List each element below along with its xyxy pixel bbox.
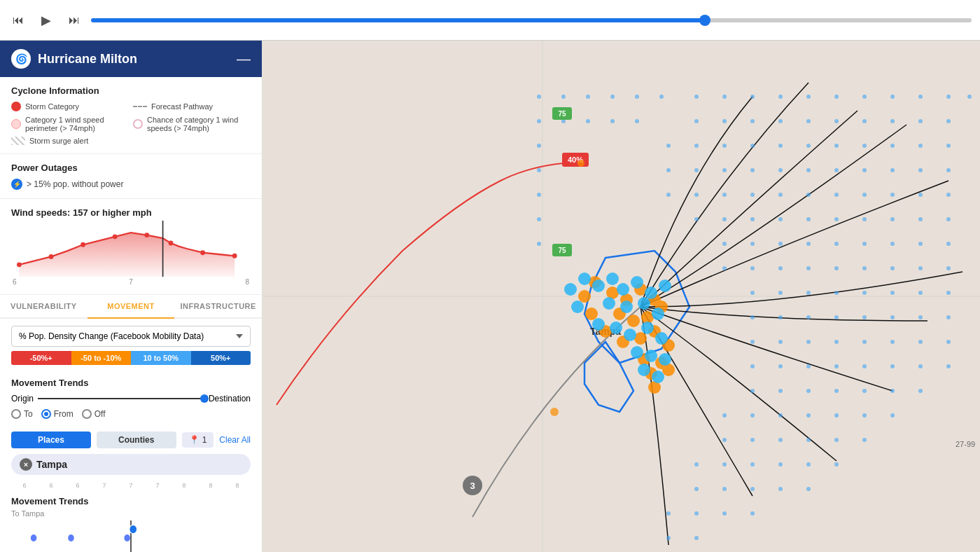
radio-to-circle xyxy=(11,409,21,419)
svg-point-137 xyxy=(862,364,867,368)
svg-point-131 xyxy=(918,340,923,344)
clear-all-button[interactable]: Clear All xyxy=(219,435,251,445)
svg-point-147 xyxy=(918,389,923,393)
svg-point-44 xyxy=(862,119,867,123)
radio-off[interactable]: Off xyxy=(82,409,106,419)
svg-point-27 xyxy=(694,95,699,99)
svg-point-157 xyxy=(778,438,783,442)
svg-point-61 xyxy=(722,168,727,172)
svg-point-166 xyxy=(834,462,839,467)
play-button[interactable]: ▶ xyxy=(35,9,57,32)
color-scale: -50%+ -50 to -10% 10 to 50% 50%+ xyxy=(11,351,251,365)
svg-point-55 xyxy=(862,144,867,148)
svg-point-56 xyxy=(890,144,895,148)
svg-point-66 xyxy=(862,168,867,172)
to-tampa-section: Movement Trends To Tampa 6 6 6 7 xyxy=(0,490,262,552)
svg-point-161 xyxy=(694,462,699,467)
fast-forward-button[interactable]: ⏭ xyxy=(64,11,84,30)
timeline-slider[interactable] xyxy=(91,18,972,22)
svg-point-53 xyxy=(806,144,811,148)
place-county-row: Places Counties 📍 1 Clear All xyxy=(0,426,262,454)
mobility-dropdown[interactable]: % Pop. Density Change (Facebook Mobility… xyxy=(11,326,251,347)
rewind-button[interactable]: ⏮ xyxy=(8,11,28,30)
svg-point-106 xyxy=(890,266,895,270)
sidebar-header: 🌀 Hurricane Milton — xyxy=(0,41,262,77)
movement-trends-section: Movement Trends Origin Destination To Fr… xyxy=(0,371,262,426)
svg-point-124 xyxy=(946,315,951,319)
cyclone-section-title: Cyclone Information xyxy=(11,85,251,96)
power-outages-section: Power Outages ⚡ > 15% pop. without power xyxy=(0,154,262,199)
tab-vulnerability[interactable]: VULNERABILITY xyxy=(0,295,88,317)
map-container[interactable]: 40% 3 Tampa xyxy=(262,41,980,552)
svg-point-173 xyxy=(694,511,699,516)
svg-point-114 xyxy=(890,291,895,295)
svg-point-68 xyxy=(918,168,923,172)
svg-point-78 xyxy=(890,193,895,197)
svg-point-231 xyxy=(645,350,657,362)
legend-wind-perimeter: Category 1 wind speed perimeter (> 74mph… xyxy=(11,116,129,132)
cyclone-section: Cyclone Information Storm Category Forec… xyxy=(0,77,262,154)
svg-point-159 xyxy=(834,438,839,442)
svg-point-52 xyxy=(778,144,783,148)
svg-point-213 xyxy=(578,290,591,303)
movement-trends-title: Movement Trends xyxy=(11,378,251,388)
svg-point-54 xyxy=(834,144,839,148)
minimize-button[interactable]: — xyxy=(237,52,251,66)
sidebar: 🌀 Hurricane Milton — Cyclone Information… xyxy=(0,41,262,552)
origin-dest-row: Origin Destination xyxy=(11,394,251,403)
counties-button[interactable]: Counties xyxy=(97,432,176,448)
storm-surge-label: Storm surge alert xyxy=(29,137,88,145)
svg-point-6 xyxy=(200,250,205,255)
svg-point-145 xyxy=(862,389,867,393)
svg-point-140 xyxy=(946,364,951,368)
dropdown-wrap: % Pop. Density Change (Facebook Mobility… xyxy=(0,319,262,351)
scale-negative50to10: -50 to -10% xyxy=(71,351,132,365)
svg-point-189 xyxy=(537,144,541,148)
playback-bar: ⏮ ▶ ⏭ xyxy=(0,0,980,41)
svg-point-228 xyxy=(641,322,654,334)
sidebar-header-left: 🌀 Hurricane Milton xyxy=(11,49,137,69)
svg-point-126 xyxy=(778,340,783,344)
selected-location-tag: × Tampa xyxy=(11,454,251,475)
tab-movement[interactable]: MOVEMENT xyxy=(88,295,175,319)
svg-point-167 xyxy=(694,487,699,491)
svg-point-10 xyxy=(31,534,37,541)
svg-point-50 xyxy=(722,144,727,148)
storm-category-icon xyxy=(11,102,21,111)
forecast-pathway-icon xyxy=(133,106,147,108)
svg-point-148 xyxy=(722,413,727,418)
svg-point-226 xyxy=(610,322,622,334)
svg-point-28 xyxy=(722,95,727,99)
radio-to[interactable]: To xyxy=(11,409,33,419)
power-outages-item: ⚡ > 15% pop. without power xyxy=(11,179,251,190)
svg-point-33 xyxy=(862,95,867,99)
svg-point-193 xyxy=(537,242,541,246)
pin-badge: 📍 1 xyxy=(182,432,214,448)
svg-point-41 xyxy=(778,119,783,123)
svg-point-86 xyxy=(834,217,839,221)
svg-point-133 xyxy=(750,364,755,368)
svg-point-29 xyxy=(750,95,755,99)
radio-from[interactable]: From xyxy=(41,409,74,419)
svg-point-3 xyxy=(113,234,118,239)
svg-point-227 xyxy=(624,329,636,341)
tag-close-button[interactable]: × xyxy=(20,458,32,471)
pin-count: 1 xyxy=(202,435,207,445)
svg-point-62 xyxy=(750,168,755,172)
tab-infrastructure[interactable]: INFRASTRUCTURE xyxy=(174,295,262,317)
places-button[interactable]: Places xyxy=(11,432,91,448)
svg-point-158 xyxy=(806,438,811,442)
svg-point-95 xyxy=(834,242,839,246)
svg-point-180 xyxy=(586,95,590,99)
chance-cat1-label: Chance of category 1 wind speeds (> 74mp… xyxy=(147,116,251,132)
svg-point-192 xyxy=(537,217,541,221)
svg-point-77 xyxy=(862,193,867,197)
svg-point-224 xyxy=(652,308,664,320)
radio-off-circle xyxy=(82,409,92,419)
svg-point-36 xyxy=(946,95,951,99)
svg-point-63 xyxy=(778,168,783,172)
destination-dot xyxy=(200,394,209,403)
wind-label: Wind speeds: xyxy=(11,207,70,218)
svg-point-99 xyxy=(946,242,951,246)
svg-point-73 xyxy=(750,193,755,197)
